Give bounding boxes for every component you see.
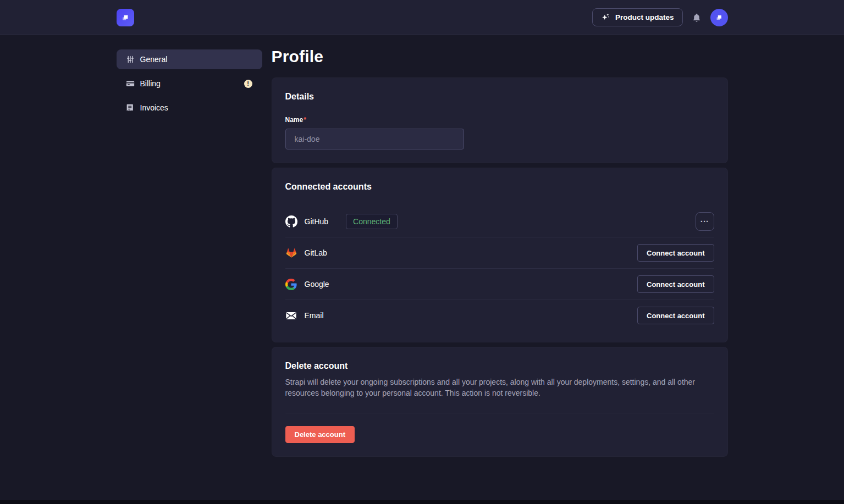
name-label-text: Name <box>285 116 304 124</box>
strapi-logo[interactable] <box>117 9 134 26</box>
gitlab-icon <box>285 247 297 259</box>
more-options-button[interactable]: ... <box>696 212 714 231</box>
invoice-icon <box>125 103 135 113</box>
sliders-icon <box>125 54 135 64</box>
details-card: Details Name* <box>272 77 728 163</box>
sidebar-item-label: General <box>140 55 252 64</box>
account-row-gitlab: GitLab Connect account <box>285 237 714 268</box>
provider-name: Google <box>305 280 329 289</box>
provider-name: Email <box>305 311 324 320</box>
connect-account-button[interactable]: Connect account <box>637 307 714 324</box>
delete-account-button[interactable]: Delete account <box>285 426 355 443</box>
name-input[interactable] <box>285 129 464 149</box>
connect-account-button[interactable]: Connect account <box>637 275 714 293</box>
main-content: Profile Details Name* Connected accounts <box>272 49 728 461</box>
delete-account-card: Delete account Strapi will delete your o… <box>272 347 728 457</box>
connected-accounts-heading: Connected accounts <box>285 181 714 192</box>
account-row-email: Email Connect account <box>285 300 714 331</box>
strapi-logo-icon <box>120 12 131 23</box>
sparkles-icon <box>601 13 610 22</box>
sidebar-item-general[interactable]: General <box>117 49 262 69</box>
product-updates-label: Product updates <box>615 13 674 21</box>
name-label: Name* <box>285 115 714 124</box>
account-row-google: Google Connect account <box>285 268 714 300</box>
provider-name: GitLab <box>305 248 327 257</box>
page-title: Profile <box>272 47 728 66</box>
account-row-github: GitHub Connected ... <box>285 206 714 237</box>
connected-badge: Connected <box>346 214 398 229</box>
notifications-button[interactable] <box>692 13 702 23</box>
sidebar-item-label: Billing <box>140 79 244 88</box>
divider <box>285 413 714 413</box>
provider-name: GitHub <box>305 217 329 226</box>
strapi-avatar-icon <box>714 13 724 23</box>
user-avatar[interactable] <box>710 9 728 26</box>
sidebar-item-invoices[interactable]: Invoices <box>117 98 262 118</box>
details-heading: Details <box>285 91 714 102</box>
warning-badge: ! <box>244 80 252 88</box>
github-icon <box>285 215 297 228</box>
bottom-edge <box>0 500 844 504</box>
product-updates-button[interactable]: Product updates <box>592 8 683 26</box>
sidebar-item-label: Invoices <box>140 103 252 112</box>
delete-account-description: Strapi will delete your ongoing subscrip… <box>285 376 714 398</box>
delete-account-heading: Delete account <box>285 361 714 372</box>
google-icon <box>285 278 297 290</box>
sidebar: General Billing ! <box>117 49 262 122</box>
required-asterisk: * <box>304 116 306 124</box>
sidebar-item-billing[interactable]: Billing ! <box>117 74 262 93</box>
email-icon <box>285 309 297 322</box>
connected-accounts-card: Connected accounts GitHub Connected ... <box>272 168 728 342</box>
topbar: Product updates <box>0 0 844 35</box>
bell-icon <box>692 13 702 23</box>
credit-card-icon <box>125 79 135 88</box>
connect-account-button[interactable]: Connect account <box>637 244 714 262</box>
